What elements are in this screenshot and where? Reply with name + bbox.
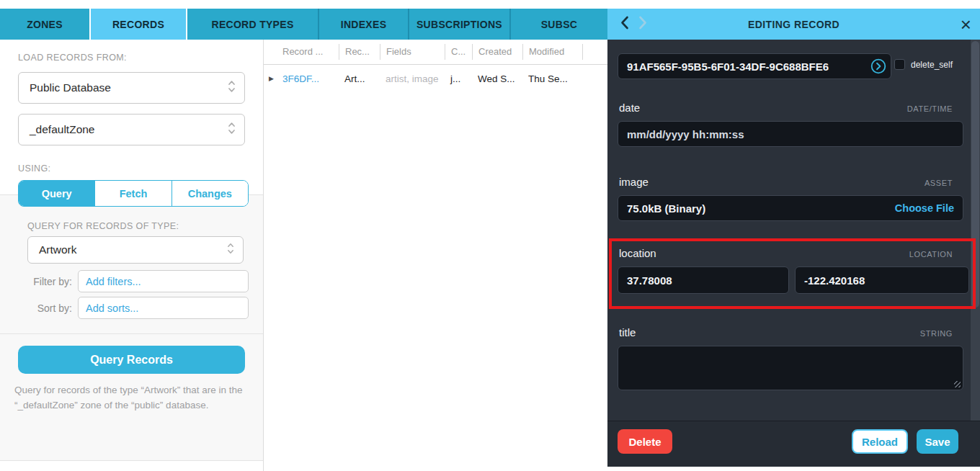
title-textarea[interactable] [618,346,963,390]
longitude-input[interactable]: -122.420168 [795,266,969,294]
row-created: Wed S... [472,73,522,84]
editor-body: 91AF565F-95B5-6F01-34DF-9C688BFE6 delete… [607,40,980,467]
scrollbar[interactable] [971,40,980,467]
chevron-right-icon [638,16,648,32]
stepper-chevrons-icon [228,78,236,97]
row-fields: artist, image [380,73,445,84]
query-sidebar: LOAD RECORDS FROM: Public Database _defa… [0,40,264,471]
date-input-wrap [618,121,963,147]
zone-select-value: _defaultZone [30,123,228,136]
sort-input[interactable]: Add sorts... [78,297,249,319]
choose-file-button[interactable]: Choose File [895,202,954,214]
stepper-chevrons-icon [227,241,234,259]
filter-input[interactable]: Add filters... [78,270,249,292]
records-table: Record ... Rec... Fields C... Created Mo… [264,40,607,471]
row-extra: j... [445,73,472,84]
latitude-value: 37.78008 [627,274,672,287]
col-c[interactable]: C... [445,44,472,60]
query-records-button[interactable]: Query Records [18,346,245,374]
resize-handle-icon[interactable] [954,381,961,387]
delete-self-row[interactable]: delete_self [894,59,953,70]
scrollbar-thumb[interactable] [971,41,979,308]
location-type-label: LOCATION [909,250,953,259]
image-type-label: ASSET [925,179,953,187]
record-type-select-value: Artwork [39,243,227,256]
col-fields[interactable]: Fields [380,44,445,60]
delete-self-label: delete_self [911,60,953,70]
longitude-value: -122.420168 [804,274,865,287]
query-description: Query for records of the type “Artwork” … [14,383,254,413]
row-expand-icon[interactable]: ▶ [269,75,274,82]
title-label: title [619,326,636,338]
database-select[interactable]: Public Database [18,72,245,104]
image-field: 75.0kB (Binary) Choose File [618,195,963,221]
date-label: date [619,102,640,114]
save-button[interactable]: Save [917,429,958,454]
title-type-label: STRING [920,329,953,338]
using-segmented-control: Query Fetch Changes [18,180,249,207]
col-record-name[interactable]: Record ... [264,44,339,60]
stepper-chevrons-icon [228,120,236,139]
tab-record-types[interactable]: RECORD TYPES [186,9,318,40]
editor-footer: Delete Reload Save [607,421,980,467]
previous-record-button[interactable] [615,14,633,35]
date-field-header: date DATE/TIME [619,102,953,114]
record-editor-panel: EDITING RECORD × 91AF565F-95B5-6F01-34DF… [607,0,980,471]
filter-label: Filter by: [0,276,78,287]
database-select-value: Public Database [30,81,228,94]
tab-subscriptions[interactable]: SUBSCRIPTIONS [408,9,509,40]
row-record-type: Art... [339,73,380,84]
segment-changes[interactable]: Changes [172,181,248,206]
row-modified: Thu Se... [522,73,582,84]
sort-label: Sort by: [0,302,78,314]
chevron-left-icon [620,16,629,32]
segment-query[interactable]: Query [19,181,94,206]
open-record-button[interactable] [870,58,886,74]
table-row[interactable]: ▶ 3F6DF... Art... artist, image j... Wed… [264,65,607,92]
table-header-row: Record ... Rec... Fields C... Created Mo… [264,40,607,65]
latitude-input[interactable]: 37.78008 [618,266,789,294]
filter-row: Filter by: Add filters... [0,270,249,292]
footer-right-buttons: Reload Save [852,429,958,454]
record-type-select[interactable]: Artwork [27,236,244,264]
editor-header: EDITING RECORD × [607,9,980,40]
location-label: location [619,247,656,259]
tab-subscription-types[interactable]: SUBSC [509,9,607,40]
tab-bar: ZONES RECORDS RECORD TYPES INDEXES SUBSC… [0,9,607,40]
image-label: image [619,176,649,188]
image-value: 75.0kB (Binary) [627,202,705,215]
segment-fetch[interactable]: Fetch [94,181,171,206]
editor-title: EDITING RECORD [607,19,980,30]
location-field-header: location LOCATION [619,247,953,259]
close-icon[interactable]: × [961,15,971,34]
next-record-button[interactable] [633,14,652,35]
col-record-type[interactable]: Rec... [339,44,380,60]
reload-button[interactable]: Reload [852,429,908,454]
record-name-value: 91AF565F-95B5-6F01-34DF-9C688BFE6 [627,60,829,73]
delete-button[interactable]: Delete [618,429,672,454]
image-field-header: image ASSET [619,176,953,188]
date-type-label: DATE/TIME [907,104,953,113]
row-record-name[interactable]: 3F6DF... [282,73,319,84]
col-created[interactable]: Created [472,44,522,60]
query-type-label: QUERY FOR RECORDS OF TYPE: [27,221,179,231]
zone-select[interactable]: _defaultZone [18,114,245,145]
using-label: USING: [18,163,50,174]
cloudkit-dashboard: ZONES RECORDS RECORD TYPES INDEXES SUBSC… [0,0,980,471]
title-field-header: title STRING [619,326,953,338]
sort-row: Sort by: Add sorts... [0,297,249,319]
delete-self-checkbox[interactable] [894,59,905,70]
date-input[interactable] [618,122,963,146]
col-modified[interactable]: Modified [522,44,582,60]
record-name-field[interactable]: 91AF565F-95B5-6F01-34DF-9C688BFE6 [618,53,891,79]
load-records-label: LOAD RECORDS FROM: [18,53,127,63]
tab-indexes[interactable]: INDEXES [318,9,408,40]
tab-zones[interactable]: ZONES [0,9,89,40]
col-extra [582,44,607,60]
tab-records[interactable]: RECORDS [89,9,186,40]
